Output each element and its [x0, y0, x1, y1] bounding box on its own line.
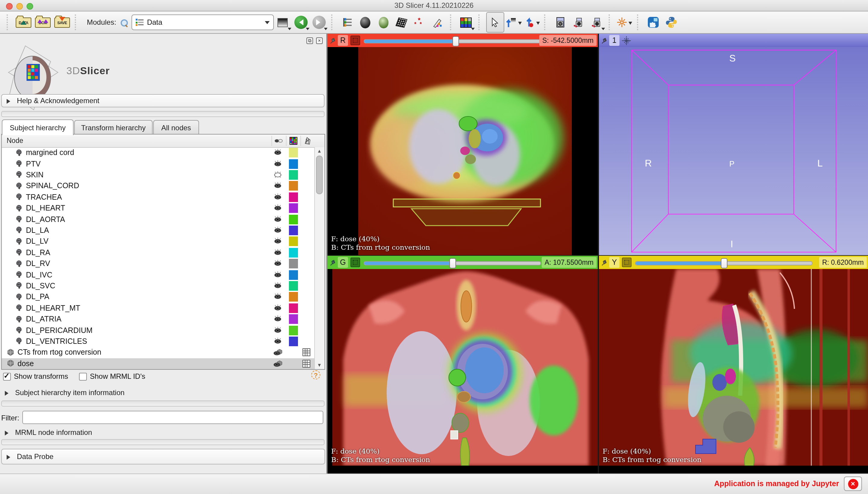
yellow-slice-slider[interactable] [635, 261, 812, 265]
layout-selector-button[interactable] [458, 13, 475, 32]
tree-item[interactable]: DL_SVC [2, 281, 315, 292]
subject-hierarchy-item-info-section[interactable]: Subject hierarchy item information [5, 388, 124, 397]
module-forward-button[interactable] [310, 13, 327, 32]
visibility-eye-icon[interactable] [273, 293, 283, 301]
red-slice-slider[interactable] [364, 39, 541, 43]
pin-icon[interactable] [601, 37, 607, 44]
visibility-eye-icon[interactable] [273, 282, 283, 289]
red-slice-view[interactable]: F: dose (40%)B: CTs from rtog conversion [328, 47, 598, 255]
red-slice-menu-icon[interactable] [350, 36, 360, 45]
tree-item[interactable]: dose [2, 358, 315, 369]
pin-icon[interactable] [601, 259, 607, 266]
toolbar-grip[interactable] [637, 15, 641, 30]
filter-input[interactable] [22, 411, 323, 424]
data-probe-section[interactable]: Data Probe [1, 449, 325, 464]
tree-item[interactable]: CTs from rtog conversion [2, 347, 315, 358]
segment-editor-module-button[interactable] [429, 13, 446, 32]
visibility-eye-icon[interactable] [273, 260, 283, 267]
visibility-eye-icon[interactable] [273, 194, 283, 201]
tree-item[interactable]: DL_RA [2, 247, 315, 258]
toolbar-grip[interactable] [7, 15, 11, 30]
tree-item[interactable]: SPINAL_CORD [2, 180, 315, 191]
visibility-column-icon[interactable] [271, 136, 285, 146]
threed-view-menu-icon[interactable] [622, 36, 631, 45]
checkbox-icon[interactable] [79, 373, 87, 380]
scroll-up-icon[interactable]: ▲ [316, 148, 323, 154]
transform-grid-icon[interactable] [302, 360, 311, 368]
color-swatch[interactable] [289, 259, 298, 268]
visibility-eye-icon[interactable] [273, 360, 283, 367]
mouse-interaction-mode-button[interactable] [486, 12, 504, 33]
visibility-eye-icon[interactable] [273, 238, 283, 245]
toolbar-grip[interactable] [450, 15, 454, 30]
visibility-eye-icon[interactable] [273, 338, 283, 345]
view-splitter[interactable] [328, 255, 868, 256]
scroll-down-icon[interactable]: ▼ [316, 362, 323, 368]
tree-item[interactable]: DL_ATRIA [2, 314, 315, 325]
module-history-button[interactable] [274, 13, 291, 32]
visibility-eye-icon[interactable] [273, 171, 283, 178]
color-swatch[interactable] [289, 337, 298, 346]
color-swatch[interactable] [289, 281, 298, 291]
color-swatch[interactable] [289, 170, 298, 180]
markups-module-button[interactable]: *** [411, 13, 428, 32]
close-panel-icon[interactable]: × [316, 37, 323, 44]
tab-subject-hierarchy[interactable]: Subject hierarchy [2, 119, 74, 135]
visibility-eye-icon[interactable] [273, 227, 283, 234]
yellow-slice-view[interactable]: F: dose (40%)B: CTs from rtog conversion [599, 269, 868, 474]
green-slice-slider-handle[interactable] [449, 258, 456, 268]
tab-all-nodes[interactable]: All nodes [153, 120, 199, 134]
jupyter-disconnect-button[interactable]: × [844, 476, 862, 491]
color-swatch[interactable] [289, 314, 298, 324]
color-swatch[interactable] [289, 148, 298, 157]
tree-item[interactable]: DL_RV [2, 258, 315, 269]
tree-item[interactable]: DL_PA [2, 291, 315, 303]
tree-item[interactable]: margined cord [2, 147, 315, 158]
data-module-shortcut-button[interactable] [339, 13, 355, 32]
yellow-slice-menu-icon[interactable] [622, 258, 632, 267]
color-swatch[interactable] [289, 203, 298, 213]
color-swatch[interactable] [289, 226, 298, 235]
color-column-icon[interactable] [286, 136, 300, 146]
module-back-button[interactable] [292, 13, 309, 32]
visibility-eye-icon[interactable] [273, 149, 283, 156]
screenshot-button[interactable] [552, 13, 568, 32]
color-swatch[interactable] [289, 248, 298, 258]
toolbar-grip[interactable] [478, 15, 482, 30]
visibility-eye-icon[interactable] [273, 216, 283, 223]
visibility-eye-icon[interactable] [273, 316, 283, 323]
visibility-eye-icon[interactable] [273, 349, 283, 356]
tree-item[interactable]: DL_AORTA [2, 214, 315, 225]
volumes-module-button[interactable] [357, 13, 374, 32]
color-swatch[interactable] [289, 270, 298, 280]
models-module-button[interactable] [375, 13, 392, 32]
load-data-button[interactable]: DATA [15, 13, 33, 32]
color-swatch[interactable] [289, 181, 298, 191]
visibility-eye-icon[interactable] [273, 305, 283, 312]
tree-scrollbar[interactable]: ▲ ▼ [314, 147, 325, 369]
tree-item[interactable]: DL_LV [2, 236, 315, 247]
visibility-eye-icon[interactable] [273, 271, 283, 278]
node-column-header[interactable]: Node [7, 137, 23, 144]
tree-item[interactable]: DL_VENTRICLES [2, 336, 315, 347]
undock-panel-icon[interactable]: ⧉ [306, 37, 313, 44]
tree-item[interactable]: TRACHEA [2, 191, 315, 203]
pin-icon[interactable] [330, 37, 336, 44]
visibility-eye-icon[interactable] [273, 249, 283, 256]
tree-item[interactable]: DL_HEART_MT [2, 303, 315, 314]
tab-transform-hierarchy[interactable]: Transform hierarchy [74, 120, 153, 134]
module-selector-combobox[interactable]: Data [131, 15, 273, 30]
transforms-module-button[interactable] [393, 13, 410, 32]
visibility-eye-icon[interactable] [273, 160, 283, 167]
tree-item[interactable]: DL_PERICARDIUM [2, 325, 315, 336]
transform-grid-icon[interactable] [302, 348, 311, 357]
red-slice-slider-handle[interactable] [452, 36, 459, 46]
visibility-eye-icon[interactable] [273, 327, 283, 334]
color-swatch[interactable] [289, 237, 298, 246]
window-level-mode-button[interactable] [505, 13, 522, 32]
visibility-eye-icon[interactable] [273, 205, 283, 212]
scene-views-menu-button[interactable] [588, 13, 605, 32]
visibility-eye-icon[interactable] [273, 183, 283, 190]
green-slice-slider[interactable] [364, 261, 541, 265]
transform-column-icon[interactable] [301, 136, 314, 146]
